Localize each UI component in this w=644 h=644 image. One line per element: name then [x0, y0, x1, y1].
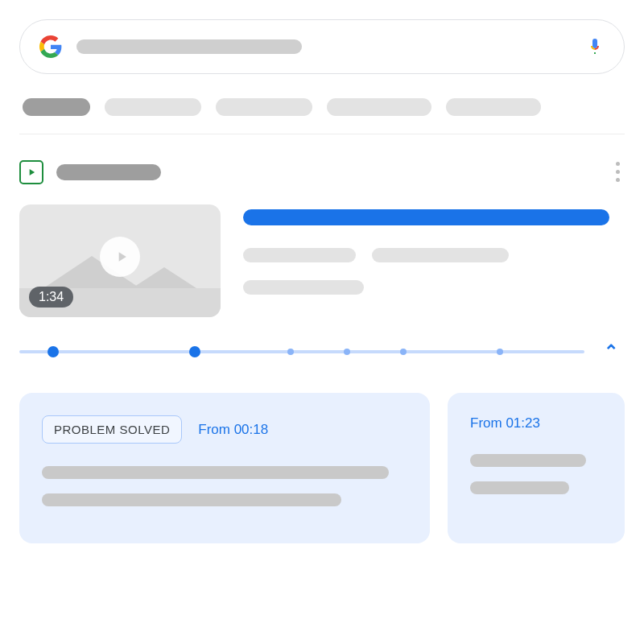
meta-text: [243, 248, 356, 262]
moment-timestamp[interactable]: From 00:18: [198, 422, 268, 438]
video-title[interactable]: [243, 209, 609, 225]
timeline-marker[interactable]: [47, 346, 59, 357]
moment-description: [470, 481, 569, 494]
key-moment-card[interactable]: PROBLEM SOLVED From 00:18: [19, 393, 430, 543]
divider: [19, 134, 625, 134]
google-logo-icon: [39, 35, 62, 58]
moment-chip: PROBLEM SOLVED: [42, 415, 182, 444]
timeline-marker[interactable]: [189, 346, 200, 357]
play-icon[interactable]: [100, 237, 140, 277]
moment-description: [42, 493, 341, 506]
chevron-up-icon[interactable]: ⌃: [597, 338, 625, 365]
search-tabs: [19, 74, 625, 116]
video-duration: 1:34: [29, 287, 73, 308]
tab-item[interactable]: [105, 98, 201, 116]
meta-text: [372, 248, 509, 262]
tab-item[interactable]: [216, 98, 312, 116]
meta-text: [243, 280, 364, 295]
search-bar[interactable]: [19, 19, 625, 74]
timeline-marker[interactable]: [287, 349, 294, 355]
tab-item[interactable]: [327, 98, 431, 116]
search-input-placeholder[interactable]: [76, 39, 302, 54]
video-timeline[interactable]: [19, 346, 584, 357]
result-header: [19, 157, 625, 187]
moment-timestamp[interactable]: From 01:23: [470, 415, 540, 431]
mic-icon[interactable]: [585, 37, 605, 56]
video-thumbnail[interactable]: 1:34: [19, 204, 221, 317]
tab-item[interactable]: [446, 98, 541, 116]
source-label: [56, 164, 161, 180]
moment-description: [42, 466, 389, 479]
svg-marker-2: [132, 267, 196, 288]
timeline-marker[interactable]: [497, 349, 503, 355]
key-moment-card[interactable]: From 01:23: [448, 393, 625, 543]
timeline-marker[interactable]: [400, 349, 407, 355]
more-options-icon[interactable]: [611, 157, 625, 187]
timeline-marker[interactable]: [344, 349, 350, 355]
moment-description: [470, 454, 586, 467]
tab-active[interactable]: [23, 98, 90, 116]
video-badge-icon: [19, 160, 43, 184]
